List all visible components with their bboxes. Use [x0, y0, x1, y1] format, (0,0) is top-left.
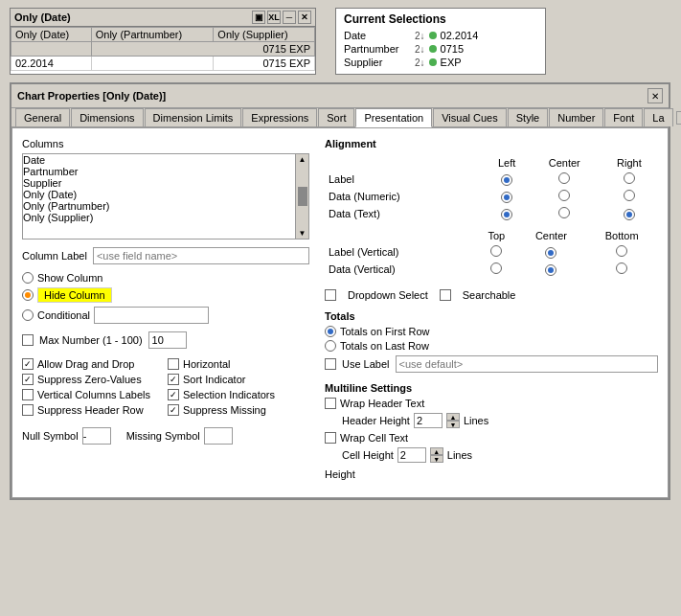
selection-indicators-checkbox[interactable]: ✓ [168, 389, 179, 400]
cell-date: 02.2014 [11, 57, 92, 71]
align-row-label: Label [325, 171, 658, 188]
tab-dimension-limits[interactable]: Dimension Limits [145, 108, 242, 126]
totals-first-radio[interactable] [325, 326, 336, 337]
tab-expressions[interactable]: Expressions [242, 108, 317, 126]
max-number-label: Max Number (1 - 100) [39, 334, 143, 346]
allow-drag-label: Allow Drag and Drop [37, 358, 135, 370]
wrap-header-label: Wrap Header Text [340, 398, 424, 409]
scrollbar-up-icon[interactable]: ▲ [299, 155, 306, 164]
tab-visual-cues[interactable]: Visual Cues [433, 108, 507, 126]
horizontal-checkbox[interactable] [168, 358, 179, 370]
tabs-bar: General Dimensions Dimension Limits Expr… [11, 108, 669, 127]
label-vert-top-radio[interactable] [490, 245, 502, 257]
suppress-zero-label: Suppress Zero-Values [37, 374, 142, 385]
use-label-checkbox[interactable] [325, 358, 336, 370]
alignment-section: Alignment Left Center Right Label [325, 138, 658, 278]
null-symbol-label: Null Symbol [22, 430, 79, 442]
tab-la[interactable]: La [644, 108, 672, 126]
header-height-input[interactable] [414, 413, 443, 428]
cs-value-partnumber: 0715 [441, 43, 464, 55]
tab-style[interactable]: Style [508, 108, 548, 126]
table-icon-grid[interactable]: ▣ [252, 11, 265, 24]
label-left-radio[interactable] [501, 174, 512, 186]
data-numeric-center-radio[interactable] [558, 190, 570, 201]
label-center-radio[interactable] [558, 172, 570, 184]
cell-height-up[interactable]: ▲ [430, 447, 443, 455]
tab-nav-prev[interactable]: ◄ [676, 111, 681, 125]
tab-font[interactable]: Font [604, 108, 643, 126]
dialog-close-button[interactable]: ✕ [647, 88, 663, 103]
data-numeric-right-radio[interactable] [624, 190, 635, 201]
header-height-up[interactable]: ▲ [446, 413, 460, 421]
data-vert-center-radio[interactable] [545, 264, 556, 276]
height-label: Height [325, 468, 355, 480]
wrap-cell-checkbox[interactable] [325, 432, 336, 444]
label-vert-bottom-radio[interactable] [616, 245, 627, 257]
header-height-down[interactable]: ▼ [446, 421, 460, 428]
data-text-right-radio[interactable] [624, 209, 635, 220]
data-text-center-radio[interactable] [558, 207, 570, 218]
sort-indicator-label: Sort Indicator [183, 374, 245, 385]
tab-presentation[interactable]: Presentation [355, 108, 432, 127]
columns-listbox[interactable]: Date Partnumber Supplier Only (Date) Onl… [23, 154, 295, 239]
hide-column-radio[interactable] [22, 289, 34, 301]
table-widget-title: Only (Date) [14, 11, 71, 23]
symbols-row: Null Symbol Missing Symbol [22, 427, 309, 445]
conditional-input[interactable] [94, 307, 209, 324]
column-item-supplier[interactable]: Supplier [23, 177, 295, 189]
table-row: 02.2014 0715 EXP [11, 57, 315, 71]
conditional-label: Conditional [37, 309, 90, 321]
column-label-input[interactable] [93, 247, 309, 264]
conditional-radio[interactable] [22, 309, 34, 321]
table-icon-xl[interactable]: XL [267, 11, 281, 24]
table-icon-close[interactable]: ✕ [298, 11, 311, 24]
column-item-partnumber[interactable]: Partnumber [23, 166, 295, 177]
label-vert-center-radio[interactable] [545, 247, 556, 259]
wrap-header-checkbox[interactable] [325, 398, 336, 409]
missing-symbol-input[interactable] [204, 427, 233, 445]
column-item-only-date[interactable]: Only (Date) [23, 189, 295, 200]
max-number-checkbox[interactable] [22, 334, 34, 346]
label-right-radio[interactable] [624, 172, 635, 184]
max-number-input[interactable]: 10 [148, 331, 187, 349]
scrollbar-thumb[interactable] [298, 187, 307, 206]
null-symbol-input[interactable] [82, 427, 111, 445]
vertical-cols-checkbox[interactable] [22, 389, 34, 400]
suppress-header-checkbox[interactable] [22, 404, 34, 416]
tab-sort[interactable]: Sort [318, 108, 354, 126]
wrap-cell-row: Wrap Cell Text [325, 432, 658, 444]
cs-dot-supplier [429, 58, 437, 66]
allow-drag-checkbox[interactable]: ✓ [22, 358, 34, 370]
data-numeric-left-radio[interactable] [501, 192, 512, 203]
cell-height-spinner: ▲ ▼ [430, 447, 443, 463]
sort-indicator-checkbox[interactable]: ✓ [168, 374, 179, 385]
totals-last-radio[interactable] [325, 340, 336, 352]
cell-height-input[interactable] [397, 447, 426, 463]
suppress-missing-checkbox[interactable]: ✓ [168, 404, 179, 416]
column-item-date[interactable]: Date [23, 154, 295, 166]
totals-last-label: Totals on Last Row [340, 340, 429, 352]
data-vertical-label: Data (Vertical) [325, 261, 476, 278]
cs-row-supplier: Supplier 2↓ EXP [344, 57, 537, 68]
suppress-zero-checkbox[interactable]: ✓ [22, 374, 34, 385]
data-vert-bottom-radio[interactable] [616, 262, 627, 274]
dropdown-select-checkbox[interactable] [325, 289, 336, 301]
column-item-only-supplier[interactable]: Only (Supplier) [23, 212, 295, 223]
col-header-supplier: Only (Supplier) [214, 28, 315, 42]
data-text-left-radio[interactable] [501, 209, 512, 220]
column-item-only-partnumber[interactable]: Only (Partnumber) [23, 200, 295, 212]
cs-value-date: 02.2014 [441, 30, 479, 41]
dialog-titlebar: Chart Properties [Only (Date)] ✕ [11, 84, 669, 108]
data-vert-top-radio[interactable] [490, 262, 502, 274]
use-label-input[interactable] [396, 355, 658, 373]
scrollbar-down-icon[interactable]: ▼ [299, 229, 306, 238]
col-subheader [11, 42, 92, 57]
show-column-radio[interactable] [22, 272, 34, 284]
searchable-checkbox[interactable] [440, 289, 451, 301]
tab-number[interactable]: Number [549, 108, 603, 126]
tab-general[interactable]: General [15, 108, 70, 126]
hide-column-label: Hide Column [37, 287, 112, 303]
table-icon-min[interactable]: ─ [283, 11, 296, 24]
cell-height-down[interactable]: ▼ [430, 455, 443, 463]
tab-dimensions[interactable]: Dimensions [71, 108, 143, 126]
